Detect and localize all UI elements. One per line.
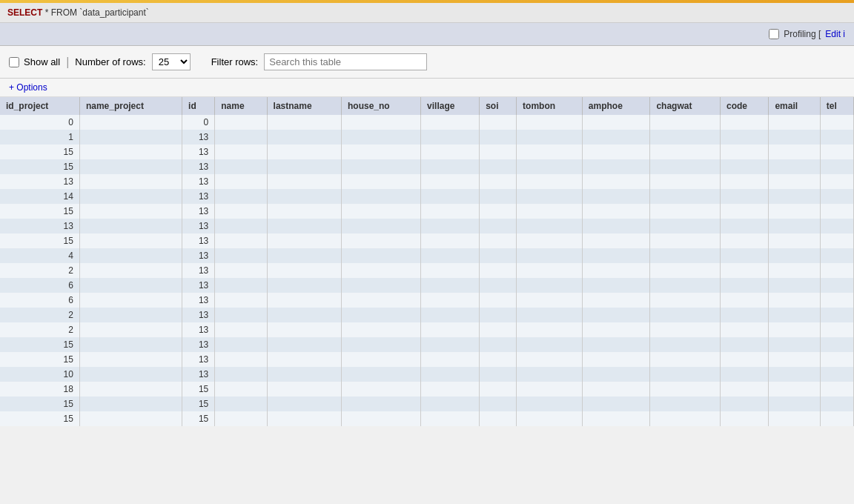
col-header-name[interactable]: name: [215, 97, 267, 115]
table-cell: [421, 322, 480, 337]
col-header-email[interactable]: email: [769, 97, 820, 115]
table-cell: [341, 130, 420, 145]
table-cell: [79, 322, 182, 337]
table-cell: [421, 397, 480, 411]
table-cell: [480, 293, 517, 308]
table-cell: [341, 248, 420, 263]
table-cell: 15: [0, 397, 79, 411]
table-row: 213: [0, 322, 854, 337]
table-cell: [582, 174, 650, 189]
table-cell: [79, 130, 182, 145]
search-input[interactable]: [264, 53, 427, 70]
table-row: 1013: [0, 367, 854, 382]
table-cell: [79, 367, 182, 382]
table-cell: [421, 308, 480, 322]
col-header-soi[interactable]: soi: [480, 97, 517, 115]
col-header-id_project[interactable]: id_project: [0, 97, 79, 115]
table-cell: [720, 337, 768, 352]
table-cell: [517, 308, 583, 322]
table-cell: [267, 189, 341, 204]
table-cell: [582, 145, 650, 159]
options-link[interactable]: + Options: [9, 82, 47, 93]
table-row: 613: [0, 293, 854, 308]
table-row: 1513: [0, 204, 854, 219]
table-cell: [421, 145, 480, 159]
table-cell: [582, 411, 650, 426]
table-cell: [769, 263, 820, 278]
table-cell: [820, 219, 853, 233]
table-cell: [650, 382, 721, 397]
table-row: 1313: [0, 174, 854, 189]
table-cell: [215, 204, 267, 219]
table-cell: [267, 159, 341, 174]
table-cell: [341, 322, 420, 337]
divider: |: [66, 56, 69, 69]
table-cell: [517, 233, 583, 248]
table-cell: [820, 308, 853, 322]
table-cell: [582, 233, 650, 248]
show-all-checkbox[interactable]: [9, 57, 19, 67]
table-cell: [769, 159, 820, 174]
table-cell: 13: [182, 352, 215, 367]
table-cell: [480, 337, 517, 352]
table-row: 1513: [0, 352, 854, 367]
col-header-lastname[interactable]: lastname: [267, 97, 341, 115]
col-header-tombon[interactable]: tombon: [517, 97, 583, 115]
table-cell: [582, 219, 650, 233]
table-cell: [341, 367, 420, 382]
table-cell: [769, 382, 820, 397]
table-cell: [480, 189, 517, 204]
table-cell: [720, 411, 768, 426]
table-cell: [517, 130, 583, 145]
table-cell: [650, 352, 721, 367]
table-cell: [650, 219, 721, 233]
table-cell: [267, 382, 341, 397]
table-cell: [341, 219, 420, 233]
table-row: 1513: [0, 159, 854, 174]
sql-text: * FROM `data_participant`: [45, 7, 149, 18]
table-cell: [650, 367, 721, 382]
table-cell: [650, 145, 721, 159]
table-cell: [79, 263, 182, 278]
table-cell: [820, 278, 853, 293]
col-header-name_project[interactable]: name_project: [79, 97, 182, 115]
table-cell: [215, 308, 267, 322]
table-cell: 15: [0, 411, 79, 426]
col-header-tel[interactable]: tel: [820, 97, 853, 115]
profiling-checkbox[interactable]: [769, 29, 779, 39]
table-cell: [421, 204, 480, 219]
col-header-id[interactable]: id: [182, 97, 215, 115]
table-cell: [769, 115, 820, 130]
table-cell: [215, 174, 267, 189]
table-cell: [769, 174, 820, 189]
table-cell: [215, 115, 267, 130]
table-cell: [79, 159, 182, 174]
table-cell: [720, 248, 768, 263]
table-cell: [720, 308, 768, 322]
col-header-house_no[interactable]: house_no: [341, 97, 420, 115]
table-cell: 0: [0, 115, 79, 130]
table-cell: [650, 278, 721, 293]
table-cell: [720, 189, 768, 204]
profiling-edit-link[interactable]: Edit i: [825, 29, 845, 39]
table-cell: [820, 130, 853, 145]
col-header-village[interactable]: village: [421, 97, 480, 115]
table-cell: [820, 145, 853, 159]
table-cell: [517, 115, 583, 130]
num-rows-select[interactable]: 25 50 100 250: [152, 53, 191, 70]
table-cell: [480, 352, 517, 367]
col-header-amphoe[interactable]: amphoe: [582, 97, 650, 115]
table-cell: [79, 248, 182, 263]
table-cell: [267, 352, 341, 367]
col-header-code[interactable]: code: [720, 97, 768, 115]
table-cell: [517, 337, 583, 352]
table-cell: [820, 397, 853, 411]
col-header-chagwat[interactable]: chagwat: [650, 97, 721, 115]
table-cell: [341, 382, 420, 397]
table-cell: [215, 233, 267, 248]
table-cell: [79, 411, 182, 426]
sql-keyword: SELECT: [7, 7, 42, 18]
table-cell: [720, 115, 768, 130]
table-cell: [769, 219, 820, 233]
table-cell: [480, 397, 517, 411]
